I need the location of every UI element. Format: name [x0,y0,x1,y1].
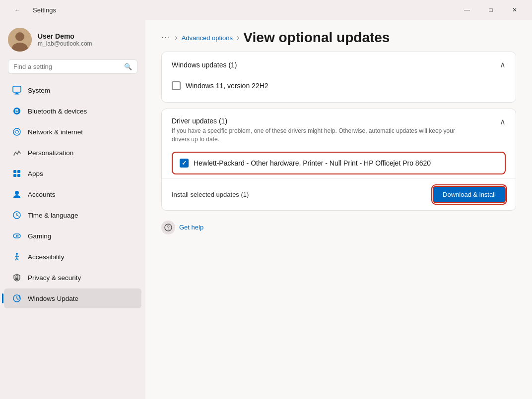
svg-rect-4 [15,93,18,94]
gaming-icon [12,231,22,241]
apps-icon [12,169,22,178]
accounts-icon [12,189,22,199]
app-layout: User Demo m_lab@outlook.com 🔍 System B B… [0,20,532,399]
window-controls: — □ ✕ [456,2,526,18]
time-icon [12,210,22,220]
sidebar-item-accounts[interactable]: Accounts [4,184,141,204]
get-help-label[interactable]: Get help [179,224,203,231]
sidebar-item-bluetooth-label: Bluetooth & devices [28,108,87,115]
sidebar-item-privacy-label: Privacy & security [28,274,81,282]
close-button[interactable]: ✕ [503,2,526,18]
svg-line-25 [17,258,18,260]
sidebar-item-time[interactable]: Time & language [4,205,141,225]
driver-section-info: Driver updates (1) If you have a specifi… [172,117,500,144]
search-icon: 🔍 [124,63,132,70]
svg-rect-26 [15,278,18,280]
svg-point-21 [16,253,18,255]
svg-rect-12 [17,174,20,177]
system-icon [12,85,22,95]
svg-point-20 [18,235,19,236]
breadcrumb-sep1: › [175,33,177,42]
privacy-icon [12,273,22,283]
sidebar-item-privacy[interactable]: Privacy & security [4,268,141,287]
svg-point-1 [15,32,24,41]
sidebar-item-system-label: System [28,87,50,94]
minimize-icon: — [464,6,470,13]
sidebar: User Demo m_lab@outlook.com 🔍 System B B… [0,20,145,399]
windows-updates-header[interactable]: Windows updates (1) ∧ [162,52,516,77]
svg-rect-5 [14,94,19,95]
back-button[interactable]: ← [6,2,29,18]
sidebar-item-gaming[interactable]: Gaming [4,226,141,246]
svg-line-16 [17,215,18,216]
svg-text:?: ? [167,225,170,230]
close-icon: ✕ [512,6,517,13]
back-icon: ← [14,6,20,13]
sidebar-item-gaming-label: Gaming [28,232,51,240]
user-email: m_lab@outlook.com [38,40,92,47]
windows-update-item: Windows 11, version 22H2 [172,77,506,94]
main-content: ··· › Advanced options › View optional u… [145,20,532,399]
user-name: User Demo [38,32,92,40]
minimize-button[interactable]: — [456,2,478,18]
update-icon [12,293,22,303]
title-bar: ← Settings — □ ✕ [0,0,532,20]
nav-list: System B Bluetooth & devices Network & i… [0,80,145,309]
user-info: User Demo m_lab@outlook.com [38,32,92,47]
windows-updates-body: Windows 11, version 22H2 [162,77,516,102]
driver-updates-chevron[interactable]: ∧ [500,117,506,126]
sidebar-item-system[interactable]: System [4,80,141,100]
title-bar-left: ← Settings [6,2,56,18]
windows-updates-section: Windows updates (1) ∧ Windows 11, versio… [161,52,516,103]
svg-rect-3 [13,86,21,92]
sidebar-item-accessibility-label: Accessibility [28,253,65,261]
search-input[interactable] [13,63,120,70]
get-help[interactable]: ? Get help [161,221,516,234]
svg-rect-10 [17,170,20,173]
sidebar-item-apps-label: Apps [28,170,43,177]
get-help-icon: ? [161,221,175,234]
bluetooth-icon: B [12,106,22,116]
app-title: Settings [33,6,56,14]
svg-point-8 [13,128,20,135]
install-bar: Install selected updates (1) Download & … [162,178,516,210]
sidebar-item-accessibility[interactable]: Accessibility [4,247,141,267]
sidebar-item-accounts-label: Accounts [28,191,56,198]
windows-updates-chevron: ∧ [500,60,506,69]
sidebar-item-update[interactable]: Windows Update [4,288,141,308]
breadcrumb-sep2: › [237,33,239,42]
sidebar-item-personalization-label: Personalization [28,149,73,157]
accessibility-icon [12,252,22,262]
avatar [8,28,32,52]
breadcrumb-dots[interactable]: ··· [161,33,171,42]
page-title: View optional updates [243,30,390,46]
svg-point-13 [15,191,19,195]
sidebar-item-network[interactable]: Network & internet [4,122,141,142]
svg-rect-9 [13,170,16,173]
sidebar-item-apps[interactable]: Apps [4,164,141,183]
sidebar-item-personalization[interactable]: Personalization [4,143,141,163]
sidebar-item-network-label: Network & internet [28,128,83,136]
driver-updates-section: Driver updates (1) If you have a specifi… [161,109,516,211]
svg-text:B: B [15,109,18,114]
sidebar-item-time-label: Time & language [28,212,78,219]
breadcrumb-advanced-options[interactable]: Advanced options [182,34,233,42]
driver-update-checkbox[interactable] [180,159,189,168]
windows-update-label: Windows 11, version 22H2 [186,82,268,90]
sidebar-item-bluetooth[interactable]: B Bluetooth & devices [4,101,141,121]
user-section: User Demo m_lab@outlook.com [0,20,145,57]
maximize-button[interactable]: □ [479,2,502,18]
driver-updates-header: Driver updates (1) If you have a specifi… [162,109,516,148]
windows-update-checkbox[interactable] [172,81,181,90]
svg-rect-11 [13,174,16,177]
download-install-button[interactable]: Download & install [433,186,506,203]
network-icon [12,127,22,137]
driver-updates-desc: If you have a specific problem, one of t… [172,127,469,144]
windows-updates-title: Windows updates (1) [172,61,237,69]
personalization-icon [12,148,22,158]
driver-update-label: Hewlett-Packard - Other hardware, Printe… [194,159,431,167]
search-box[interactable]: 🔍 [8,59,137,74]
sidebar-item-update-label: Windows Update [28,295,78,302]
driver-update-item: Hewlett-Packard - Other hardware, Printe… [172,152,506,174]
install-label: Install selected updates (1) [172,191,249,198]
